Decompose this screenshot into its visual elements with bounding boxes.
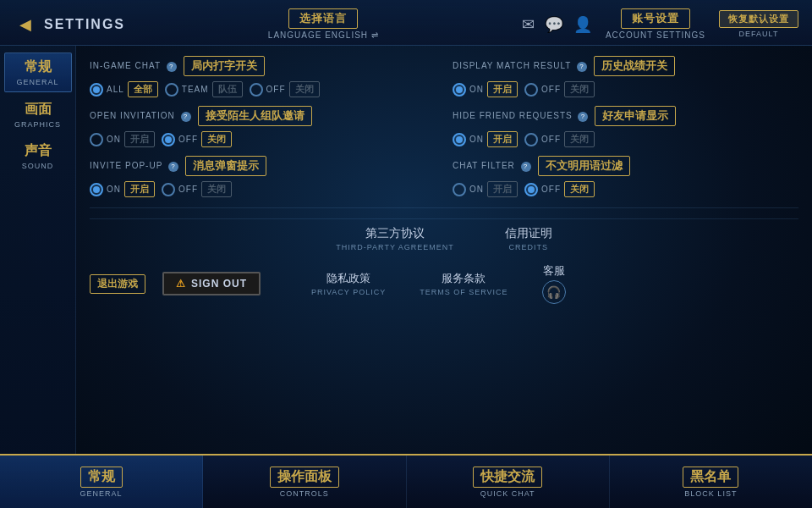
invite-popup-info-icon[interactable]: ? — [168, 162, 178, 172]
separator-1 — [90, 207, 798, 208]
open-invitation-off-radio[interactable] — [162, 133, 175, 146]
open-invitation-on-radio[interactable] — [90, 133, 103, 146]
ingame-chat-team-radio[interactable] — [165, 83, 178, 97]
bottom-tab-quickchat[interactable]: 快捷交流 QUICK CHAT — [407, 456, 610, 508]
bottom-tab-blocklist-zh: 黑名单 — [690, 469, 731, 483]
invite-popup-off-en: OFF — [178, 185, 198, 194]
chat-icon[interactable]: 💬 — [545, 15, 563, 34]
open-invitation-off-en: OFF — [178, 135, 198, 144]
bottom-tab-controls[interactable]: 操作面板 CONTROLS — [203, 456, 406, 508]
signout-row: 退出游戏 ⚠ SIGN OUT 隐私政策 PRIVACY POLICY 服务条款… — [90, 260, 798, 307]
invite-popup-off[interactable]: OFF 关闭 — [162, 181, 232, 197]
bottom-tab-controls-en: CONTROLS — [280, 489, 329, 498]
hide-friend-on-radio[interactable] — [453, 133, 466, 146]
sidebar-item-general-zh: 常规 — [25, 58, 52, 76]
open-invitation-on[interactable]: ON 开启 — [90, 131, 155, 147]
third-party-link[interactable]: 第三方协议 THIRD-PARTY AGREEMENT — [336, 226, 454, 251]
chat-filter-on-radio[interactable] — [453, 183, 466, 196]
hide-friend-label-zh: 好友申请显示 — [595, 106, 676, 126]
display-match-off-radio[interactable] — [524, 83, 538, 97]
credits-link[interactable]: 信用证明 CREDITS — [505, 226, 552, 251]
bottom-tab-blocklist[interactable]: 黑名单 BLOCK LIST — [610, 456, 812, 508]
hide-friend-off-zh: 关闭 — [564, 131, 595, 147]
restore-default-button[interactable]: 恢复默认设置 — [719, 10, 798, 28]
ingame-chat-off[interactable]: OFF 关闭 — [250, 81, 320, 97]
ingame-chat-setting: IN-GAME CHAT ? 局内打字开关 ALL 全部 — [90, 56, 436, 97]
support-item[interactable]: 客服 🎧 — [542, 263, 566, 304]
ingame-chat-all[interactable]: ALL 全部 — [90, 81, 158, 97]
mail-icon[interactable]: ✉ — [522, 15, 535, 34]
back-button[interactable]: ◀ — [14, 13, 37, 36]
invite-popup-on[interactable]: ON 开启 — [90, 181, 155, 197]
display-match-options: ON 开启 OFF 关闭 — [453, 81, 798, 97]
display-match-off[interactable]: OFF 关闭 — [524, 81, 595, 97]
ingame-chat-all-zh: 全部 — [128, 81, 158, 97]
display-match-off-en: OFF — [541, 85, 561, 94]
chat-filter-off-en: OFF — [541, 185, 561, 194]
chat-filter-label-en: CHAT FILTER ? — [453, 161, 531, 172]
ingame-chat-off-en: OFF — [266, 85, 286, 94]
bottom-tab-quickchat-zh-box: 快捷交流 — [473, 467, 542, 488]
ingame-chat-all-en: ALL — [107, 85, 124, 94]
hide-friend-on[interactable]: ON 开启 — [453, 131, 518, 147]
privacy-zh: 隐私政策 — [326, 271, 370, 286]
terms-link[interactable]: 服务条款 TERMS OF SERVICE — [420, 271, 508, 296]
invite-popup-off-radio[interactable] — [162, 183, 175, 196]
hide-friend-off-en: OFF — [541, 135, 561, 144]
display-match-label-en: DISPLAY MATCH RESULT ? — [453, 61, 587, 72]
open-invitation-on-zh: 开启 — [124, 131, 155, 147]
language-selector[interactable]: 选择语言 — [288, 8, 358, 29]
language-section: 选择语言 LANGUAGE ENGLISH ⇌ — [268, 8, 379, 40]
privacy-en: PRIVACY POLICY — [311, 288, 386, 296]
ingame-chat-off-radio[interactable] — [250, 83, 263, 97]
credits-zh: 信用证明 — [505, 226, 552, 241]
ingame-chat-team-zh: 队伍 — [212, 81, 243, 97]
sidebar-item-sound[interactable]: 声音 SOUND — [4, 137, 72, 175]
display-match-on-en: ON — [469, 85, 484, 94]
invite-popup-on-radio[interactable] — [90, 183, 103, 196]
default-subtitle: DEFAULT — [739, 30, 779, 38]
sidebar-item-general[interactable]: 常规 GENERAL — [4, 52, 72, 92]
hide-friend-off[interactable]: OFF 关闭 — [524, 131, 595, 147]
sidebar-item-graphics-en: GRAPHICS — [14, 120, 61, 129]
display-match-on-radio[interactable] — [453, 83, 466, 97]
chat-filter-info-icon[interactable]: ? — [521, 162, 531, 172]
ingame-chat-header: IN-GAME CHAT ? 局内打字开关 — [90, 56, 436, 76]
ingame-chat-all-radio[interactable] — [90, 83, 103, 97]
display-match-info-icon[interactable]: ? — [577, 62, 587, 72]
third-party-zh: 第三方协议 — [365, 226, 425, 241]
bottom-tab-blocklist-en: BLOCK LIST — [684, 489, 737, 498]
account-section: 账号设置 ACCOUNT SETTINGS — [606, 8, 705, 40]
profile-icon[interactable]: 👤 — [573, 15, 592, 34]
chat-filter-off-radio[interactable] — [524, 183, 538, 196]
chat-filter-setting: CHAT FILTER ? 不文明用语过滤 ON 开启 — [453, 156, 798, 197]
header-icons: ✉ 💬 👤 — [522, 15, 592, 34]
display-match-on[interactable]: ON 开启 — [453, 81, 518, 97]
bottom-tab-general[interactable]: 常规 GENERAL — [0, 456, 203, 508]
invite-popup-setting: INVITE POP-UP ? 消息弹窗提示 ON 开启 — [90, 156, 436, 197]
open-invitation-off[interactable]: OFF 关闭 — [162, 131, 232, 147]
links-row: 第三方协议 THIRD-PARTY AGREEMENT 信用证明 CREDITS — [90, 218, 798, 251]
header-right: ✉ 💬 👤 账号设置 ACCOUNT SETTINGS 恢复默认设置 DEFAU… — [522, 8, 798, 40]
hide-friend-info-icon[interactable]: ? — [578, 112, 588, 122]
invite-popup-label-en: INVITE POP-UP ? — [90, 161, 178, 172]
support-icon[interactable]: 🎧 — [542, 280, 566, 304]
chat-filter-on[interactable]: ON 开启 — [453, 181, 518, 197]
open-invitation-info-icon[interactable]: ? — [181, 112, 191, 122]
ingame-chat-info-icon[interactable]: ? — [167, 62, 177, 72]
hide-friend-on-en: ON — [469, 135, 484, 144]
privacy-policy-link[interactable]: 隐私政策 PRIVACY POLICY — [311, 271, 386, 296]
account-subtitle: ACCOUNT SETTINGS — [606, 30, 705, 40]
content-area: IN-GAME CHAT ? 局内打字开关 ALL 全部 — [76, 46, 812, 454]
bottom-tab-blocklist-zh-box: 黑名单 — [683, 467, 738, 488]
hide-friend-off-radio[interactable] — [524, 133, 538, 146]
account-settings-button[interactable]: 账号设置 — [621, 8, 690, 29]
sidebar-item-graphics[interactable]: 画面 GRAPHICS — [4, 96, 72, 134]
ingame-chat-off-zh: 关闭 — [289, 81, 320, 97]
ingame-chat-team[interactable]: TEAM 队伍 — [165, 81, 243, 97]
signout-button[interactable]: ⚠ SIGN OUT — [162, 272, 261, 295]
bottom-bar: 常规 GENERAL 操作面板 CONTROLS 快捷交流 QUICK CHAT… — [0, 454, 812, 508]
sidebar-item-general-en: GENERAL — [16, 78, 58, 86]
signout-zh-label[interactable]: 退出游戏 — [90, 274, 145, 294]
chat-filter-off[interactable]: OFF 关闭 — [524, 181, 595, 197]
